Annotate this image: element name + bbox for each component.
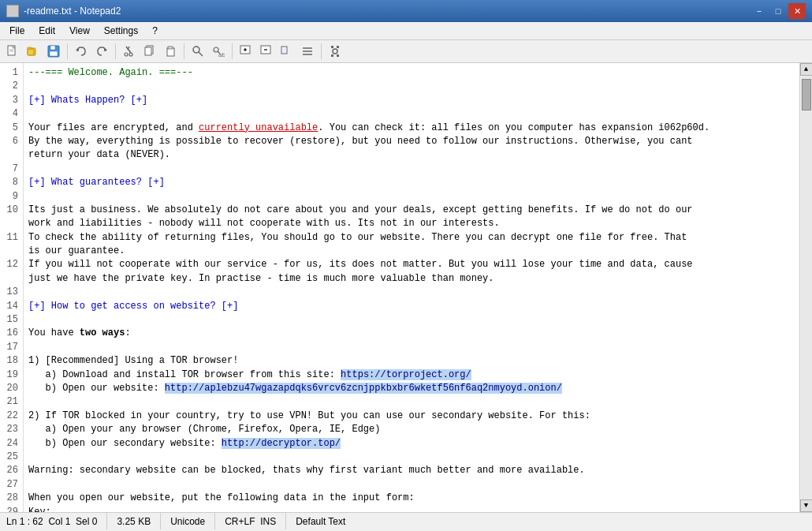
svg-rect-5 [28, 49, 34, 55]
menu-edit[interactable]: Edit [32, 24, 61, 38]
title-bar: -readme.txt - Notepad2 − □ ✕ [0, 0, 812, 22]
undo-button[interactable] [72, 43, 91, 60]
svg-point-15 [129, 53, 132, 56]
svg-rect-19 [168, 47, 173, 49]
line-6: By the way, everything is possible to re… [28, 136, 693, 160]
line-11: To check the ability of returning files,… [28, 232, 687, 256]
status-encoding: Unicode [161, 513, 215, 529]
title-bar-left: -readme.txt - Notepad2 [6, 5, 121, 17]
line-12: If you will not cooperate with our servi… [28, 259, 693, 283]
window-title: -readme.txt - Notepad2 [24, 6, 121, 17]
copy-button[interactable] [140, 43, 159, 60]
svg-rect-17 [145, 47, 151, 55]
zoom-in-button[interactable] [237, 43, 255, 60]
status-line-ending: CR+LF INS [215, 513, 286, 529]
zoom-in-icon [240, 45, 252, 58]
title-controls: − □ ✕ [751, 3, 806, 19]
toolbar-sep-1 [67, 43, 68, 59]
close-button[interactable]: ✕ [788, 3, 806, 19]
svg-line-21 [199, 52, 203, 56]
line-8: [+] What guarantees? [+] [28, 177, 165, 188]
open-button[interactable] [24, 43, 43, 60]
line-26: Warning: secondary website can be blocke… [28, 465, 585, 476]
line-23: a) Open your any browser (Chrome, Firefo… [28, 424, 380, 435]
view2-icon [301, 45, 314, 58]
find-button[interactable] [188, 43, 207, 60]
line-5: Your files are encrypted, and currently … [28, 122, 710, 133]
menu-file[interactable]: File [3, 24, 31, 38]
line-28: When you open our website, put the follo… [28, 492, 415, 503]
vertical-scrollbar[interactable]: ▲ ▼ [799, 63, 812, 512]
toolbar-sep-4 [232, 43, 233, 59]
status-size: 3.25 KB [107, 513, 161, 529]
line-16: You have two ways: [28, 327, 131, 338]
line-20: b) Open our website: http://aplebzu47wga… [28, 383, 562, 394]
scroll-track[interactable] [801, 76, 812, 499]
svg-point-20 [193, 47, 199, 53]
toolbar: ab [0, 40, 812, 63]
save-button[interactable] [44, 43, 63, 60]
minimize-button[interactable]: − [751, 3, 768, 19]
cut-button[interactable] [120, 43, 139, 60]
save-icon [47, 45, 60, 58]
view1-button[interactable] [277, 43, 296, 60]
svg-point-14 [125, 53, 128, 56]
svg-rect-36 [331, 46, 333, 48]
svg-text:ab: ab [218, 51, 225, 58]
line-29: Key: [28, 507, 51, 513]
menu-help[interactable]: ? [146, 24, 164, 38]
svg-rect-18 [167, 48, 174, 56]
svg-rect-31 [282, 47, 286, 53]
scroll-thumb[interactable] [802, 79, 811, 110]
replace-icon: ab [212, 45, 225, 58]
svg-rect-37 [337, 46, 339, 48]
toolbar-sep-2 [115, 43, 116, 59]
replace-button[interactable]: ab [209, 43, 228, 60]
svg-line-13 [128, 47, 129, 50]
editor-content[interactable]: ---=== Welcome. Again. ===--- [+] Whats … [24, 63, 799, 512]
settings-button[interactable] [326, 43, 345, 60]
paste-button[interactable] [161, 43, 180, 60]
svg-rect-8 [50, 46, 55, 50]
scroll-up-arrow[interactable]: ▲ [800, 63, 813, 76]
new-button[interactable] [3, 43, 22, 60]
svg-rect-39 [337, 54, 339, 57]
line-3: [+] Whats Happen? [+] [28, 95, 147, 106]
status-position: Ln 1 : 62 Col 1 Sel 0 [6, 513, 107, 529]
undo-icon [75, 45, 88, 58]
line-14: [+] How to get access on website? [+] [28, 301, 238, 312]
toolbar-sep-3 [184, 43, 184, 59]
paste-icon [164, 45, 177, 58]
menu-settings[interactable]: Settings [98, 24, 144, 38]
line-18: 1) [Recommended] Using a TOR browser! [28, 355, 238, 366]
settings-icon [329, 45, 341, 58]
svg-rect-38 [331, 54, 333, 57]
zoom-out-button[interactable] [257, 43, 276, 60]
editor-container: 1 2 3 4 5 6 7 8 9 10 11 12 13 14 15 16 1… [0, 63, 812, 512]
open-icon [27, 45, 39, 58]
status-text-style: Default Text [286, 513, 355, 529]
new-icon [6, 45, 19, 58]
menu-bar: File Edit View Settings ? [0, 22, 812, 40]
redo-icon [95, 45, 108, 58]
scroll-down-arrow[interactable]: ▼ [800, 499, 813, 512]
status-bar: Ln 1 : 62 Col 1 Sel 0 3.25 KB Unicode CR… [0, 512, 812, 529]
line-24: b) Open our secondary website: http://de… [28, 438, 341, 449]
copy-icon [143, 45, 156, 58]
find-icon [192, 45, 204, 58]
view2-button[interactable] [298, 43, 317, 60]
toolbar-sep-5 [321, 43, 322, 59]
menu-view[interactable]: View [63, 24, 96, 38]
svg-rect-9 [50, 51, 58, 56]
line-numbers: 1 2 3 4 5 6 7 8 9 10 11 12 13 14 15 16 1… [0, 63, 24, 512]
cut-icon [123, 45, 136, 58]
view1-icon [281, 45, 293, 58]
maximize-button[interactable]: □ [769, 3, 787, 19]
line-1: ---=== Welcome. Again. ===--- [28, 67, 193, 78]
zoom-out-icon [260, 45, 273, 58]
line-22: 2) If TOR blocked in your country, try t… [28, 410, 590, 421]
svg-rect-6 [28, 47, 32, 49]
redo-button[interactable] [92, 43, 111, 60]
svg-point-35 [333, 49, 337, 54]
line-19: a) Download and install TOR browser from… [28, 369, 471, 380]
